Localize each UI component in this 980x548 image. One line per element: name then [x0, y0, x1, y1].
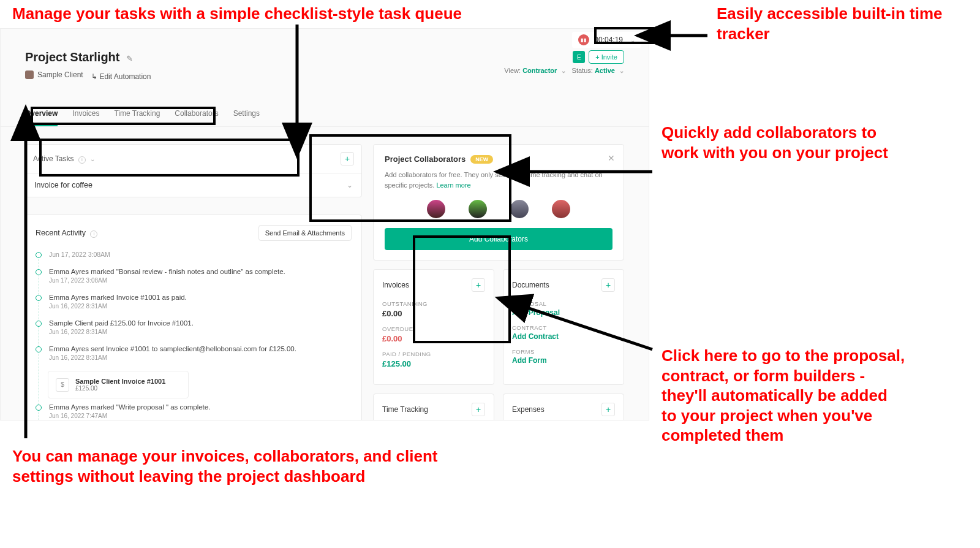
- collaborators-title: Project Collaborators: [385, 154, 466, 164]
- view-status-line: View: Contractor ⌄ Status: Active ⌄: [504, 67, 624, 74]
- activity-item: Emma Ayres marked "Bonsai review - finis…: [36, 268, 352, 284]
- tab-time-tracking[interactable]: Time Tracking: [114, 102, 160, 126]
- active-tasks-heading[interactable]: Active Tasks i ⌄: [33, 154, 95, 164]
- client-name: Sample Client: [37, 70, 83, 79]
- project-title: Project Starlight: [25, 50, 119, 64]
- client-avatar-icon: [25, 70, 34, 79]
- task-item[interactable]: Invoice for coffee ⌄: [26, 173, 361, 197]
- time-tracker-widget[interactable]: ▮▮ 00:04:19 ⌄: [572, 32, 641, 48]
- add-proposal-link[interactable]: Add Proposal: [512, 308, 615, 317]
- send-email-button[interactable]: Send Email & Attachments: [258, 225, 352, 241]
- edit-automation-link[interactable]: ↳ Edit Automation: [91, 72, 151, 81]
- invoice-inline-card[interactable]: $Sample Client Invoice #1001£125.00: [48, 371, 189, 398]
- annotation-text: Manage your tasks with a simple checklis…: [12, 4, 564, 24]
- activity-item: Jun 17, 2022 3:08AM: [36, 251, 352, 258]
- time-tracking-card: Time Tracking+ UNBILLED HOURS 01:42:23 B…: [373, 394, 494, 421]
- status-dropdown[interactable]: Active ⌄: [595, 67, 624, 74]
- avatar: [469, 200, 487, 218]
- invoices-title: Invoices: [382, 281, 409, 289]
- chevron-down-icon[interactable]: ⌄: [630, 37, 635, 44]
- avatar: [552, 200, 570, 218]
- annotation-text: Easily accessible built-in time tracker: [717, 4, 962, 44]
- annotation-text: You can manage your invoices, collaborat…: [12, 446, 484, 486]
- timer-value: 00:04:19: [594, 36, 623, 44]
- add-contract-link[interactable]: Add Contract: [512, 332, 615, 341]
- chevron-down-icon[interactable]: ⌄: [90, 156, 95, 162]
- view-dropdown[interactable]: Contractor ⌄: [522, 67, 566, 74]
- documents-title: Documents: [512, 281, 549, 289]
- activity-item: Emma Ayres sent Invoice #1001 to samplec…: [36, 345, 352, 361]
- tab-settings[interactable]: Settings: [233, 102, 260, 126]
- invite-button[interactable]: + Invite: [589, 50, 624, 64]
- add-time-button[interactable]: +: [472, 403, 485, 416]
- add-form-link[interactable]: Add Form: [512, 356, 615, 365]
- activity-item: Emma Ayres marked "Write proposal " as c…: [36, 403, 352, 419]
- activity-timeline: Jun 17, 2022 3:08AMEmma Ayres marked "Bo…: [36, 251, 352, 421]
- collaborator-badge[interactable]: E: [573, 51, 585, 63]
- expenses-title: Expenses: [512, 405, 545, 414]
- recent-activity-card: Recent Activity i Send Email & Attachmen…: [25, 215, 362, 421]
- add-collaborators-button[interactable]: Add Collaborators: [385, 228, 612, 250]
- project-dashboard: Project Starlight ✎ Sample Client ↳ Edit…: [0, 28, 649, 421]
- invoice-icon: $: [56, 378, 69, 392]
- time-tracking-title: Time Tracking: [382, 405, 428, 414]
- new-badge: NEW: [470, 155, 493, 164]
- client-chip[interactable]: Sample Client: [25, 70, 83, 79]
- collaborator-avatars: [385, 200, 612, 218]
- annotation-text: Click here to go to the proposal, contra…: [662, 346, 907, 446]
- active-tasks-card: Active Tasks i ⌄ + Invoice for coffee ⌄: [25, 144, 362, 197]
- pause-icon[interactable]: ▮▮: [578, 34, 589, 45]
- header: Project Starlight ✎ Sample Client ↳ Edit…: [1, 29, 649, 87]
- invoices-card: Invoices+ OUTSTANDING £0.00 OVERDUE £0.0…: [373, 269, 494, 385]
- info-icon[interactable]: i: [78, 156, 86, 164]
- activity-item: Emma Ayres marked Invoice #1001 as paid.…: [36, 294, 352, 310]
- add-task-button[interactable]: +: [341, 152, 354, 166]
- annotation-text: Quickly add collaborators to work with y…: [662, 123, 907, 162]
- tab-overview[interactable]: Overview: [25, 102, 58, 126]
- info-icon[interactable]: i: [90, 230, 97, 238]
- recent-activity-heading: Recent Activity i: [36, 229, 97, 238]
- tab-collaborators[interactable]: Collaborators: [175, 102, 218, 126]
- expenses-card: Expenses+ TOTAL £25.00 NON-REIMBURSED £0…: [503, 394, 624, 421]
- chevron-down-icon: ⌄: [347, 181, 353, 189]
- collaborators-card: ✕ Project Collaborators NEW Add collabor…: [373, 144, 624, 261]
- documents-card: Documents+ PROPOSAL Add Proposal CONTRAC…: [503, 269, 624, 385]
- edit-title-icon[interactable]: ✎: [126, 54, 133, 63]
- tab-invoices[interactable]: Invoices: [72, 102, 99, 126]
- tabs: Overview Invoices Time Tracking Collabor…: [1, 102, 649, 127]
- add-document-button[interactable]: +: [601, 278, 615, 292]
- activity-item: Sample Client paid £125.00 for Invoice #…: [36, 319, 352, 335]
- avatar: [427, 200, 445, 218]
- add-expense-button[interactable]: +: [601, 403, 615, 416]
- collaborators-text: Add collaborators for free. They only se…: [385, 170, 612, 190]
- close-icon[interactable]: ✕: [608, 153, 615, 163]
- avatar: [510, 200, 529, 218]
- add-invoice-button[interactable]: +: [472, 278, 485, 292]
- learn-more-link[interactable]: Learn more: [436, 181, 470, 189]
